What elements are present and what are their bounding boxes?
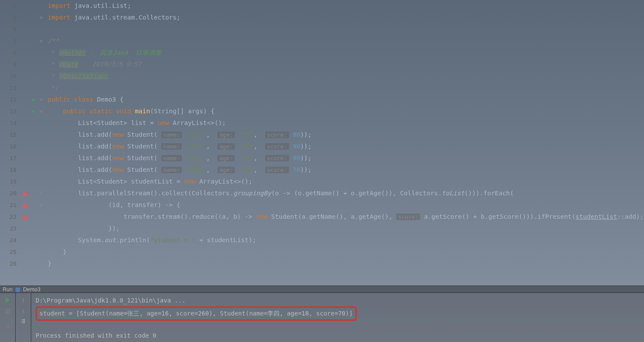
- run-marker-slot[interactable]: [30, 246, 37, 258]
- code-line[interactable]: }: [48, 246, 644, 258]
- breakpoint-slot[interactable]: [21, 164, 30, 176]
- code-line[interactable]: (id, transfer) -> {: [48, 199, 644, 211]
- breakpoint-icon[interactable]: [23, 192, 27, 197]
- line-number[interactable]: 23: [0, 223, 16, 234]
- run-marker-slot[interactable]: [30, 176, 37, 187]
- down-stack-button[interactable]: ↓: [19, 306, 28, 315]
- fold-gutter[interactable]: ⊖⊖⊖⊖⊖⊖: [37, 0, 45, 286]
- line-number[interactable]: 13: [0, 105, 16, 117]
- breakpoint-slot[interactable]: [21, 94, 30, 105]
- breakpoint-slot[interactable]: [21, 199, 30, 211]
- run-tool-header[interactable]: Run ▦ Demo3: [0, 286, 644, 293]
- line-number[interactable]: 21: [0, 199, 16, 211]
- line-number[interactable]: 18: [0, 164, 16, 176]
- line-number[interactable]: 26: [0, 258, 16, 270]
- code-line[interactable]: */: [48, 82, 644, 94]
- run-marker-slot[interactable]: [30, 117, 37, 129]
- console-output[interactable]: D:\Program\Java\jdk1.8.0_121\bin\java ..…: [31, 293, 644, 342]
- fold-toggle[interactable]: ⊖: [37, 35, 45, 47]
- breakpoint-slot[interactable]: [21, 141, 30, 152]
- code-line[interactable]: [48, 23, 644, 35]
- line-number[interactable]: 22: [0, 211, 16, 223]
- line-number-gutter[interactable]: 4567891011121314151617181920212223242526: [0, 0, 21, 286]
- soft-wrap-button[interactable]: ⇶: [19, 316, 28, 325]
- line-number[interactable]: 20: [0, 187, 16, 199]
- code-line[interactable]: list.parallelStream().collect(Collectors…: [48, 187, 644, 199]
- line-number[interactable]: 7: [0, 35, 16, 47]
- line-number[interactable]: 24: [0, 234, 16, 246]
- stop-button[interactable]: [3, 307, 12, 316]
- breakpoint-slot[interactable]: [21, 246, 30, 258]
- breakpoint-slot[interactable]: [21, 47, 30, 59]
- line-number[interactable]: 9: [0, 59, 16, 70]
- run-marker-slot[interactable]: [30, 59, 37, 70]
- code-line[interactable]: list.add(new Student( name: "张三", age: "…: [48, 129, 644, 141]
- run-marker-slot[interactable]: [30, 105, 37, 117]
- run-marker-slot[interactable]: [30, 141, 37, 152]
- line-number[interactable]: 14: [0, 117, 16, 129]
- code-line[interactable]: public static void main(String[] args) {: [48, 105, 644, 117]
- breakpoint-slot[interactable]: [21, 59, 30, 70]
- run-marker-slot[interactable]: [30, 199, 37, 211]
- code-line[interactable]: * @Author ： 沉迷Java 日渐消瘦: [48, 47, 644, 59]
- breakpoint-slot[interactable]: [21, 187, 30, 199]
- run-marker-slot[interactable]: [30, 234, 37, 246]
- line-number[interactable]: 10: [0, 70, 16, 82]
- run-marker-slot[interactable]: [30, 0, 37, 12]
- breakpoint-slot[interactable]: [21, 35, 30, 47]
- breakpoint-slot[interactable]: [21, 152, 30, 164]
- line-number[interactable]: 17: [0, 152, 16, 164]
- run-marker-slot[interactable]: [30, 12, 37, 23]
- code-line[interactable]: * @Description:: [48, 70, 644, 82]
- fold-toggle[interactable]: ⊖: [37, 199, 45, 211]
- run-marker-slot[interactable]: [30, 70, 37, 82]
- code-line[interactable]: import java.util.List;: [48, 0, 644, 12]
- code-line[interactable]: public class Demo3 {: [48, 94, 644, 105]
- breakpoint-slot[interactable]: [21, 23, 30, 35]
- code-line[interactable]: /**: [48, 35, 644, 47]
- run-line-icon[interactable]: [32, 98, 35, 102]
- run-marker-slot[interactable]: [30, 23, 37, 35]
- code-line[interactable]: List<Student> studentList = new ArrayLis…: [48, 176, 644, 187]
- code-line[interactable]: list.add(new Student( name: "张三", age: "…: [48, 141, 644, 152]
- breakpoint-slot[interactable]: [21, 176, 30, 187]
- breakpoint-slot[interactable]: [21, 129, 30, 141]
- run-marker-slot[interactable]: [30, 187, 37, 199]
- line-number[interactable]: 5: [0, 12, 16, 23]
- code-line[interactable]: list.add(new Student( name: "张三", age: "…: [48, 152, 644, 164]
- breakpoint-slot[interactable]: [21, 223, 30, 234]
- code-line[interactable]: List<Student> list = new ArrayList<>();: [48, 117, 644, 129]
- run-marker-slot[interactable]: [30, 152, 37, 164]
- breakpoint-slot[interactable]: [21, 12, 30, 23]
- run-marker-slot[interactable]: [30, 258, 37, 270]
- line-number[interactable]: 4: [0, 0, 16, 12]
- run-marker-slot[interactable]: [30, 164, 37, 176]
- code-line[interactable]: });: [48, 223, 644, 234]
- breakpoint-slot[interactable]: [21, 82, 30, 94]
- line-number[interactable]: 8: [0, 47, 16, 59]
- breakpoint-icon[interactable]: [23, 204, 27, 208]
- line-number[interactable]: 12: [0, 94, 16, 105]
- breakpoint-gutter[interactable]: [21, 0, 30, 286]
- run-marker-slot[interactable]: [30, 35, 37, 47]
- fold-toggle[interactable]: ⊖: [37, 12, 45, 23]
- line-number[interactable]: 15: [0, 129, 16, 141]
- pause-button[interactable]: [3, 318, 12, 327]
- breakpoint-slot[interactable]: [21, 0, 30, 12]
- code-line[interactable]: import java.util.stream.Collectors;: [48, 12, 644, 23]
- line-number[interactable]: 16: [0, 141, 16, 152]
- code-content[interactable]: import java.util.List;import java.util.s…: [45, 0, 644, 286]
- line-number[interactable]: 25: [0, 246, 16, 258]
- fold-toggle[interactable]: ⊖: [37, 94, 45, 105]
- up-stack-button[interactable]: ↑: [19, 296, 28, 304]
- code-line[interactable]: System.out.println("student = " + studen…: [48, 234, 644, 246]
- code-line[interactable]: * @Date ： 2019/3/5 9:57: [48, 59, 644, 70]
- breakpoint-slot[interactable]: [21, 234, 30, 246]
- run-marker-slot[interactable]: [30, 94, 37, 105]
- run-marker-gutter[interactable]: [30, 0, 37, 286]
- run-marker-slot[interactable]: [30, 47, 37, 59]
- breakpoint-slot[interactable]: [21, 211, 30, 223]
- code-line[interactable]: list.add(new Student( name: "李四", age: "…: [48, 164, 644, 176]
- editor-area[interactable]: 4567891011121314151617181920212223242526…: [0, 0, 644, 286]
- line-number[interactable]: 11: [0, 82, 16, 94]
